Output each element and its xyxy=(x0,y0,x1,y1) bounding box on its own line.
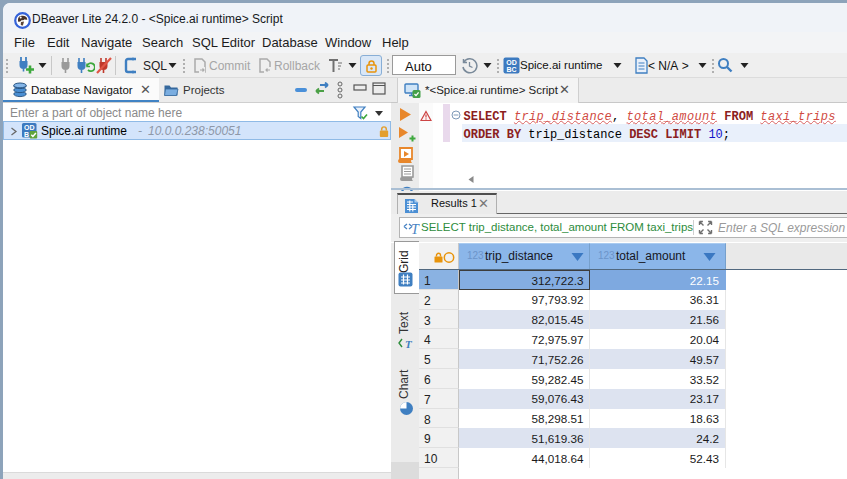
svg-text:BC: BC xyxy=(506,66,516,73)
svg-text:T: T xyxy=(405,338,413,350)
svg-text:T: T xyxy=(411,222,420,236)
svg-text:B: B xyxy=(24,131,29,138)
svg-text:OD: OD xyxy=(506,59,517,66)
